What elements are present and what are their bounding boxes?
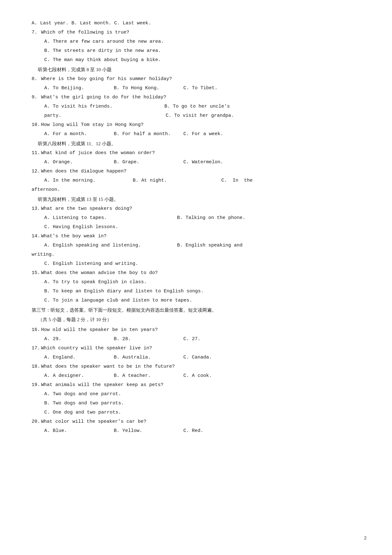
q12-opt-a: A. In the morning. [44, 176, 133, 185]
q12-opt-b: B. At night. [133, 176, 221, 185]
section-9-title: 听第九段材料，完成第 13 至 15 小题。 [38, 195, 367, 204]
q13-opt-a: A. Listening to tapes. [44, 214, 177, 222]
q11-text: 11. What kind of juice does the woman or… [32, 149, 367, 157]
q7-b: B. The streets are dirty in the new area… [44, 47, 367, 55]
q17-opt-b: B. Australia. [114, 353, 183, 362]
q15-text: 15. What does the woman advise the boy t… [32, 269, 367, 277]
q20-text: 20. What color will the speaker's car be… [32, 417, 367, 426]
q11-opt-c: C. Watermelon. [183, 158, 247, 166]
q9-opt-b: B. To go to her uncle's [164, 102, 230, 111]
section-8-title: 听第八段材料，完成第 11、12 小题。 [38, 140, 367, 148]
page-content: A. Last year. B. Last month. C. Last wee… [32, 19, 367, 435]
q14-opt-a: A. English speaking and listening. [44, 241, 177, 250]
section-7-title: 听第七段材料，完成第 8 至 10 小题 [38, 65, 367, 74]
question-16: 16. How old will the speaker be in ten y… [32, 326, 367, 343]
question-13: 13. What are the two speakers doing? A. … [32, 204, 367, 231]
q14-text: 14. What's the boy weak in? [32, 232, 367, 240]
q7-c: C. The man may think about buying a bike… [44, 56, 367, 64]
question-8: 8. Where is the boy going for his summer… [32, 75, 367, 92]
q7-a: A. There are few cars around the new are… [44, 37, 367, 46]
q17-text: 17. Which country will the speaker live … [32, 344, 367, 352]
q18-text: 18. What does the speaker want to be in … [32, 362, 367, 371]
header-options-line: A. Last year. B. Last month. C. Last wee… [32, 19, 367, 28]
q8-options: A. To Beijing. B. To Hong Kong. C. To Ti… [32, 84, 367, 92]
question-14: 14. What's the boy weak in? A. English s… [32, 232, 367, 268]
question-12: 12. When does the dialogue happen? A. In… [32, 167, 367, 204]
q20-options: A. Blue. B. Yellow. C. Red. [32, 427, 367, 435]
q14-options: A. English speaking and listening. B. En… [32, 241, 367, 250]
q10-opt-c: C. For a week. [183, 130, 247, 138]
q12-opt-c-cont: afternoon. [32, 185, 367, 194]
q20-opt-c: C. Red. [183, 427, 247, 435]
question-19: 19. What animals will the speaker keep a… [32, 381, 367, 417]
q16-text: 16. How old will the speaker be in ten y… [32, 326, 367, 334]
q15-c: C. To join a language club and listen to… [44, 296, 367, 305]
question-20: 20. What color will the speaker's car be… [32, 417, 367, 435]
q17-options: A. England. B. Australia. C. Canada. [32, 353, 367, 362]
q18-opt-b: B. A teacher. [114, 371, 183, 380]
q20-opt-a: A. Blue. [44, 427, 114, 435]
q20-opt-b: B. Yellow. [114, 427, 183, 435]
q15-b: B. To keep an English diary and listen t… [44, 287, 367, 296]
q16-opt-a: A. 29. [44, 335, 114, 343]
q9-options: A. To visit his friends. B. To go to her… [32, 102, 367, 111]
q15-a: A. To try to speak English in class. [44, 278, 367, 286]
q19-b: B. Two dogs and two parrots. [44, 399, 367, 408]
question-15: 15. What does the woman advise the boy t… [32, 269, 367, 324]
q9-party: party. [44, 111, 61, 120]
q8-opt-b: B. To Hong Kong. [114, 84, 183, 92]
q10-opt-b: B. For half a month. [114, 130, 183, 138]
q17-opt-c: C. Canada. [183, 353, 247, 362]
q11-opt-b: B. Grape. [114, 158, 183, 166]
q16-options: A. 29. B. 28. C. 27. [32, 335, 367, 343]
q14-writing: writing. [32, 250, 367, 259]
q10-opt-a: A. For a month. [44, 130, 114, 138]
q18-opt-a: A. A designer. [44, 371, 114, 380]
q7-text: 7. Which of the following is true? [32, 28, 367, 37]
q10-text: 10. How long will Tom stay in Hong Kong? [32, 121, 367, 129]
q12-options: A. In the morning. B. At night. C. In th… [32, 176, 367, 185]
q13-text: 13. What are the two speakers doing? [32, 204, 367, 213]
q16-opt-b: B. 28. [114, 335, 183, 343]
q11-options: A. Orange. B. Grape. C. Watermelon. [32, 158, 367, 166]
q10-options: A. For a month. B. For half a month. C. … [32, 130, 367, 138]
q11-opt-a: A. Orange. [44, 158, 114, 166]
section-3-subtitle: （共 5 小题，每题 2 分，计 10 分） [32, 315, 367, 324]
q9-options-2: party. C. To visit her grandpa. [32, 111, 367, 120]
question-7: 7. Which of the following is true? A. Th… [32, 28, 367, 74]
q9-opt-a: A. To visit his friends. [44, 102, 164, 111]
q8-opt-a: A. To Beijing. [44, 84, 114, 92]
q13-opt-b: B. Talking on the phone. [177, 214, 245, 222]
q17-opt-a: A. England. [44, 353, 114, 362]
q14-opt-b: B. English speaking and [177, 241, 242, 250]
q13-opt-c: C. Having English lessons. [32, 223, 367, 231]
q18-opt-c: C. A cook. [183, 371, 247, 380]
question-11: 11. What kind of juice does the woman or… [32, 149, 367, 166]
q13-options: A. Listening to tapes. B. Talking on the… [32, 214, 367, 222]
question-18: 18. What does the speaker want to be in … [32, 362, 367, 380]
q8-opt-c: C. To Tibet. [183, 84, 247, 92]
q19-text: 19. What animals will the speaker keep a… [32, 381, 367, 389]
page-number: 2 [364, 534, 367, 542]
q19-c: C. One dog and two parrots. [44, 408, 367, 417]
q8-text: 8. Where is the boy going for his summer… [32, 75, 367, 83]
q12-opt-c-partial: C. In the [221, 176, 253, 185]
q9-text: 9. What's the girl going to do for the h… [32, 93, 367, 102]
q19-a: A. Two dogs and one parrot. [44, 390, 367, 398]
q9-opt-c: C. To visit her grandpa. [61, 111, 234, 120]
question-10: 10. How long will Tom stay in Hong Kong?… [32, 121, 367, 148]
question-17: 17. Which country will the speaker live … [32, 344, 367, 362]
section-3-title: 第三节：听短文，选答案。听下面一段短文。根据短文内容选出最佳答案。短文读两遍。 [32, 306, 367, 315]
q12-text: 12. When does the dialogue happen? [32, 167, 367, 176]
question-9: 9. What's the girl going to do for the h… [32, 93, 367, 120]
q18-options: A. A designer. B. A teacher. C. A cook. [32, 371, 367, 380]
q14-opt-c: C. English listening and writing. [32, 259, 367, 268]
q16-opt-c: C. 27. [183, 335, 247, 343]
